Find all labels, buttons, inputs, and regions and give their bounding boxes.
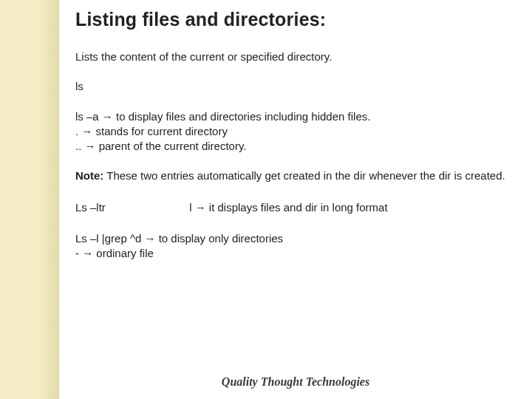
cmd-ls: ls xyxy=(75,79,516,94)
ltr-l-pre: l xyxy=(189,201,195,214)
arrow-icon: → xyxy=(81,125,92,137)
dash-post: ordinary file xyxy=(93,247,154,259)
ls-a-block: ls –a → to display files and directories… xyxy=(75,109,516,154)
arrow-icon: → xyxy=(195,201,206,214)
slide-body: Lists the content of the current or spec… xyxy=(75,50,516,261)
grep-pre: Ls –l |grep ^d xyxy=(75,232,145,245)
arrow-icon: → xyxy=(145,232,156,245)
note-label: Note: xyxy=(75,169,103,182)
arrow-icon: → xyxy=(102,110,113,123)
dotdot-pre: .. xyxy=(75,140,85,152)
arrow-icon: → xyxy=(82,247,93,259)
note-text: These two entries automatically get crea… xyxy=(103,169,505,182)
grep-post: to display only directories xyxy=(156,232,284,245)
grep-block: Ls –l |grep ^d → to display only directo… xyxy=(75,231,516,262)
intro-text: Lists the content of the current or spec… xyxy=(75,50,516,64)
line-dot: . → stands for current directory xyxy=(75,124,516,139)
dash-line: - → ordinary file xyxy=(75,246,516,261)
line-ls-a: ls –a → to display files and directories… xyxy=(75,109,516,124)
footer-text: Quality Thought Technologies xyxy=(59,375,532,389)
ls-a-pre: ls –a xyxy=(75,110,102,123)
dash-pre: - xyxy=(75,247,82,259)
slide-title: Listing files and directories: xyxy=(75,9,516,30)
line-dotdot: .. → parent of the current directory. xyxy=(75,139,516,154)
dotdot-post: parent of the current directory. xyxy=(96,140,247,152)
left-decorative-strip xyxy=(37,0,59,399)
dot-post: stands for current directory xyxy=(92,125,228,137)
ltr-l-post: it displays files and dir in long format xyxy=(206,201,388,214)
ls-a-post: to display files and directories includi… xyxy=(113,110,371,123)
ls-ltr-row: Ls –ltr l → it displays files and dir in… xyxy=(75,200,516,215)
arrow-icon: → xyxy=(85,140,96,152)
ls-ltr-cmd: Ls –ltr xyxy=(75,200,186,215)
note-block: Note: These two entries automatically ge… xyxy=(75,168,516,183)
slide-content: Listing files and directories: Lists the… xyxy=(59,0,532,399)
grep-line: Ls –l |grep ^d → to display only directo… xyxy=(75,231,516,246)
